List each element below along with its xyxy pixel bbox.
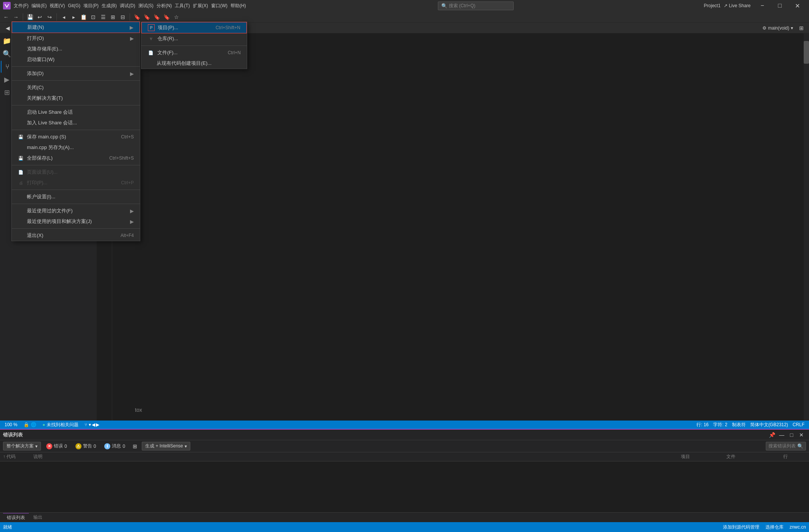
- error-panel-pin[interactable]: 📌: [767, 430, 776, 439]
- menu-add[interactable]: 添加(D) ▶: [12, 68, 140, 79]
- scrollbar-thumb[interactable]: [804, 41, 809, 64]
- menu-help-tb[interactable]: 帮助(H): [229, 3, 248, 9]
- menu-exit[interactable]: 退出(X) Alt+F4: [12, 230, 140, 241]
- encoding-info[interactable]: 简体中文(GB2312): [749, 422, 790, 428]
- menu-git-tb[interactable]: Git(G): [66, 3, 82, 8]
- back-button[interactable]: ←: [2, 13, 11, 22]
- menu-view-tb[interactable]: 视图(V): [48, 3, 66, 9]
- tab-output[interactable]: 输出: [30, 513, 46, 522]
- add-source-control[interactable]: 添加到源代码管理: [723, 524, 759, 530]
- liveshare-icon: ↗: [724, 3, 727, 8]
- nav-btn-3[interactable]: 📋: [79, 13, 88, 22]
- nav-btn-2[interactable]: ▸: [69, 13, 78, 22]
- bookmark-btn3[interactable]: 🔖: [152, 13, 161, 22]
- menu-project-tb[interactable]: 项目(P): [82, 3, 100, 9]
- start-icon: [18, 56, 24, 63]
- error-panel-close[interactable]: ✕: [797, 430, 806, 439]
- build-filter[interactable]: 生成 + IntelliSense ▾: [142, 442, 190, 450]
- menu-window-tb[interactable]: 窗口(W): [210, 3, 229, 9]
- close-button[interactable]: ✕: [789, 0, 806, 11]
- tab-errors[interactable]: 错误列表: [3, 513, 29, 522]
- menu-live-share[interactable]: 启动 Live Share 会话: [12, 107, 140, 118]
- line-info[interactable]: 行: 16: [695, 422, 710, 428]
- nav-btn-1[interactable]: ◂: [59, 13, 68, 22]
- menu-print: 🖨 打印(P)... Ctrl+P: [12, 177, 140, 188]
- menu-close[interactable]: 关闭(C): [12, 82, 140, 93]
- scope-expand[interactable]: ⊞: [797, 24, 806, 33]
- warning-label: 警告: [83, 443, 92, 449]
- error-count[interactable]: ✕ 错误 0: [43, 442, 70, 450]
- menu-edit-tb[interactable]: 编辑(E): [30, 3, 48, 9]
- redo-button[interactable]: ↪: [45, 13, 54, 22]
- save-as-icon: [18, 144, 24, 151]
- menu-test-tb[interactable]: 测试(S): [137, 3, 155, 9]
- nav-btn-5[interactable]: ☰: [99, 13, 108, 22]
- error-panel-expand[interactable]: □: [787, 430, 796, 439]
- menu-recent-files[interactable]: 最近使用过的文件(F) ▶: [12, 206, 140, 216]
- bookmark-btn4[interactable]: 🔖: [162, 13, 171, 22]
- exit-icon: [18, 232, 24, 239]
- scope-btn-left[interactable]: ◀: [3, 24, 12, 33]
- maximize-button[interactable]: □: [771, 0, 789, 11]
- menu-account-settings[interactable]: 帐户设置(I)...: [12, 191, 140, 202]
- menu-recent-projects[interactable]: 最近使用的项目和解决方案(J) ▶: [12, 216, 140, 227]
- code-editor[interactable]: tox: [97, 33, 809, 421]
- nav-btn-6[interactable]: ⊞: [108, 13, 118, 22]
- warning-count[interactable]: ⚠ 警告 0: [72, 442, 99, 450]
- file-new-icon: 📄: [147, 49, 154, 56]
- message-count[interactable]: ℹ 消息 0: [101, 442, 128, 450]
- menu-debug-tb[interactable]: 调试(D): [118, 3, 137, 9]
- function-selector[interactable]: ⚙ main(void) ▾: [760, 25, 795, 31]
- nav-btn-4[interactable]: ⊡: [89, 13, 98, 22]
- submenu-new-repo[interactable]: ⑂ 仓库(R)...: [141, 33, 247, 44]
- toolbar-sep-3: [130, 13, 130, 21]
- minimize-button[interactable]: −: [754, 0, 771, 11]
- error-panel-title: 错误列表: [3, 432, 23, 438]
- bookmark-btn2[interactable]: 🔖: [142, 13, 151, 22]
- menu-join-live-share[interactable]: 加入 Live Share 会话...: [12, 118, 140, 128]
- select-repo[interactable]: 选择仓库: [765, 524, 784, 530]
- error-panel-minimize[interactable]: —: [777, 430, 786, 439]
- save-button[interactable]: 💾: [25, 13, 34, 22]
- page-setup-icon: 📄: [18, 169, 24, 175]
- submenu-new-file[interactable]: 📄 文件(F)... Ctrl+N: [141, 47, 247, 58]
- menu-save-all[interactable]: 💾 全部保存(L) Ctrl+Shift+S: [12, 153, 140, 163]
- clone-icon: [18, 46, 24, 52]
- filter-button[interactable]: ⊞: [130, 442, 140, 451]
- live-share-button[interactable]: ↗ Live Share: [721, 2, 754, 9]
- menu-tools-tb[interactable]: 工具(T): [173, 3, 191, 9]
- forward-button[interactable]: →: [11, 13, 20, 22]
- search-box[interactable]: 🔍 搜索 (Ctrl+Q): [438, 2, 514, 10]
- menu-start-window[interactable]: 启动窗口(W): [12, 54, 140, 65]
- menu-clone[interactable]: 克隆存储库(E)...: [12, 44, 140, 54]
- menu-open[interactable]: 打开(O) ▶: [12, 33, 140, 44]
- sep4: [12, 130, 140, 130]
- submenu-from-code[interactable]: 从现有代码创建项目(E)...: [141, 58, 247, 69]
- menu-new[interactable]: 新建(N) ▶ P 项目(P)... Ctrl+Shift+N ⑂ 仓库(R).…: [12, 22, 140, 33]
- menu-ext-tb[interactable]: 扩展(X): [191, 3, 210, 9]
- undo-button[interactable]: ↩: [35, 13, 44, 22]
- menu-save-main[interactable]: 💾 保存 main.cpp (S) Ctrl+S: [12, 132, 140, 142]
- submenu-new-project[interactable]: P 项目(P)... Ctrl+Shift+N: [141, 22, 247, 33]
- line-ending[interactable]: CRLF: [791, 422, 806, 428]
- menu-build-tb[interactable]: 生成(B): [100, 3, 118, 9]
- save-all-icon: 💾: [18, 155, 24, 161]
- toolbar-sep-1: [23, 13, 23, 21]
- menu-file-tb[interactable]: 文件(F): [12, 3, 30, 9]
- nav-btn-7[interactable]: ⊟: [118, 13, 127, 22]
- menu-analyze-tb[interactable]: 分析(N): [155, 3, 174, 9]
- zoom-level[interactable]: 100 %: [3, 422, 19, 427]
- col-line-header: 行: [783, 454, 806, 460]
- error-search-placeholder: 搜索错误列表: [768, 443, 796, 449]
- menu-save-as[interactable]: main.cpp 另存为(A)...: [12, 142, 140, 153]
- tab-info[interactable]: 制表符: [731, 422, 747, 428]
- bookmark-btn[interactable]: 🔖: [132, 13, 141, 22]
- status-message[interactable]: ● 未找到相关问题: [41, 422, 80, 428]
- scope-filter[interactable]: 整个解决方案 ▾: [3, 442, 41, 450]
- vertical-scrollbar[interactable]: [804, 33, 809, 421]
- branch-area[interactable]: ⑂ ▾ ◀ ▶: [85, 422, 99, 427]
- menu-close-solution[interactable]: 关闭解决方案(T): [12, 93, 140, 104]
- char-info[interactable]: 字符: 2: [712, 422, 729, 428]
- bookmark-btn5[interactable]: ☆: [172, 13, 181, 22]
- error-search[interactable]: 搜索错误列表 🔍: [766, 442, 806, 450]
